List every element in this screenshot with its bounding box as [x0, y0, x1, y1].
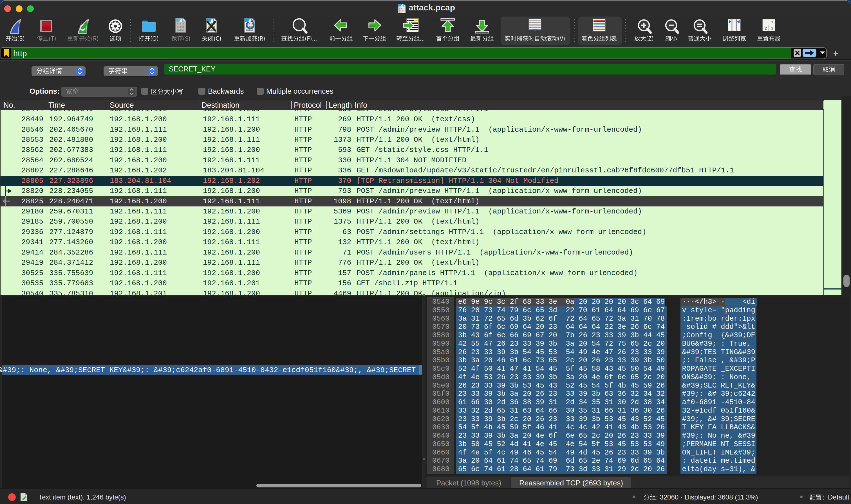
svg-text:0110: 0110 — [399, 10, 404, 12]
svg-text:01101: 01101 — [177, 26, 184, 29]
svg-text:01010: 01010 — [177, 23, 184, 26]
svg-text:0101: 0101 — [399, 7, 404, 10]
svg-text:01110: 01110 — [177, 29, 184, 32]
svg-text:1: 1 — [771, 20, 773, 24]
svg-text:3: 3 — [771, 26, 773, 30]
svg-text:2: 2 — [765, 26, 766, 30]
svg-text:0111: 0111 — [399, 12, 404, 13]
